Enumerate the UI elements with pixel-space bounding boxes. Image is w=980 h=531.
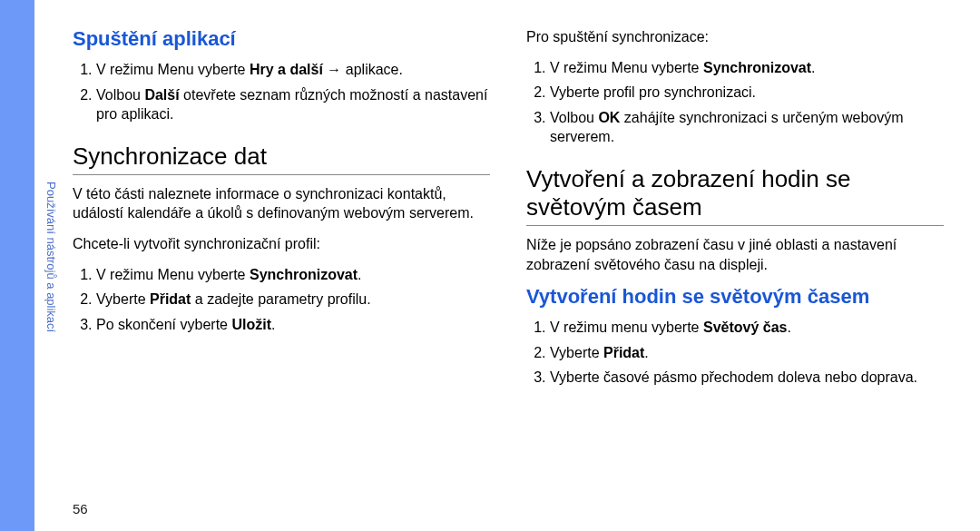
list-item: Po skončení vyberte Uložit.	[96, 315, 490, 335]
list-item: V režimu Menu vyberte Hry a další → apli…	[96, 60, 490, 80]
left-column: Spuštění aplikací V režimu Menu vyberte …	[73, 27, 490, 398]
text: .	[811, 60, 815, 75]
bold: Světový čas	[703, 320, 788, 335]
list-item: Volbou OK zahájíte synchronizaci s určen…	[550, 108, 944, 147]
text: .	[271, 317, 275, 332]
list-item: Vyberte Přidat a zadejte parametry profi…	[96, 290, 490, 310]
page-content: Spuštění aplikací V režimu Menu vyberte …	[73, 27, 944, 398]
text: Po skončení vyberte	[96, 317, 231, 332]
text: → aplikace.	[323, 62, 403, 77]
paragraph: Pro spuštění synchronizace:	[526, 27, 944, 47]
text: .	[358, 267, 361, 282]
bold: OK	[598, 110, 620, 125]
list-item: Vyberte časové pásmo přechodem doleva ne…	[550, 368, 944, 388]
heading-sync: Synchronizace dat	[73, 143, 490, 175]
list-apps: V režimu Menu vyberte Hry a další → apli…	[73, 60, 490, 124]
heading-apps: Spuštění aplikací	[73, 27, 490, 51]
text: Volbou	[550, 110, 598, 125]
bold: Přidat	[150, 291, 191, 307]
side-label: Používání nástrojů a aplikací	[40, 182, 58, 418]
list-sync: V režimu Menu vyberte Synchronizovat. Vy…	[73, 265, 490, 335]
right-column: Pro spuštění synchronizace: V režimu Men…	[526, 27, 944, 398]
heading-create-clock: Vytvoření hodin se světovým časem	[526, 285, 944, 309]
list-item: V režimu menu vyberte Světový čas.	[550, 318, 944, 338]
text: a zadejte parametry profilu.	[191, 291, 370, 307]
text: Vyberte	[96, 291, 150, 307]
text: Vyberte	[550, 345, 603, 360]
paragraph: Níže je popsáno zobrazení času v jiné ob…	[526, 235, 944, 274]
text: .	[644, 345, 648, 360]
text: Volbou	[96, 87, 144, 103]
list-item: V režimu Menu vyberte Synchronizovat.	[550, 58, 944, 78]
text: V režimu menu vyberte	[550, 320, 703, 335]
text: .	[787, 320, 790, 335]
text: V režimu Menu vyberte	[550, 60, 703, 75]
page-number: 56	[73, 501, 88, 516]
bold: Další	[144, 87, 179, 103]
paragraph: V této části naleznete informace o synch…	[73, 184, 490, 223]
text: V režimu Menu vyberte	[96, 267, 250, 282]
bold: Přidat	[603, 345, 644, 360]
paragraph: Chcete-li vytvořit synchronizační profil…	[73, 234, 490, 254]
list-create-clock: V režimu menu vyberte Světový čas. Vyber…	[526, 318, 944, 388]
list-sync-run: V režimu Menu vyberte Synchronizovat. Vy…	[526, 58, 944, 147]
list-item: Volbou Další otevřete seznam různých mož…	[96, 85, 490, 124]
list-item: V režimu Menu vyberte Synchronizovat.	[96, 265, 490, 285]
bold: Synchronizovat	[703, 60, 811, 75]
bold: Hry a další	[250, 62, 323, 77]
bold: Synchronizovat	[250, 267, 358, 282]
text: V režimu Menu vyberte	[96, 62, 250, 77]
heading-world-clock: Vytvoření a zobrazení hodin se světovým …	[526, 165, 944, 226]
bold: Uložit	[231, 317, 271, 332]
list-item: Vyberte profil pro synchronizaci.	[550, 83, 944, 103]
side-tab	[0, 0, 34, 531]
list-item: Vyberte Přidat.	[550, 343, 944, 363]
